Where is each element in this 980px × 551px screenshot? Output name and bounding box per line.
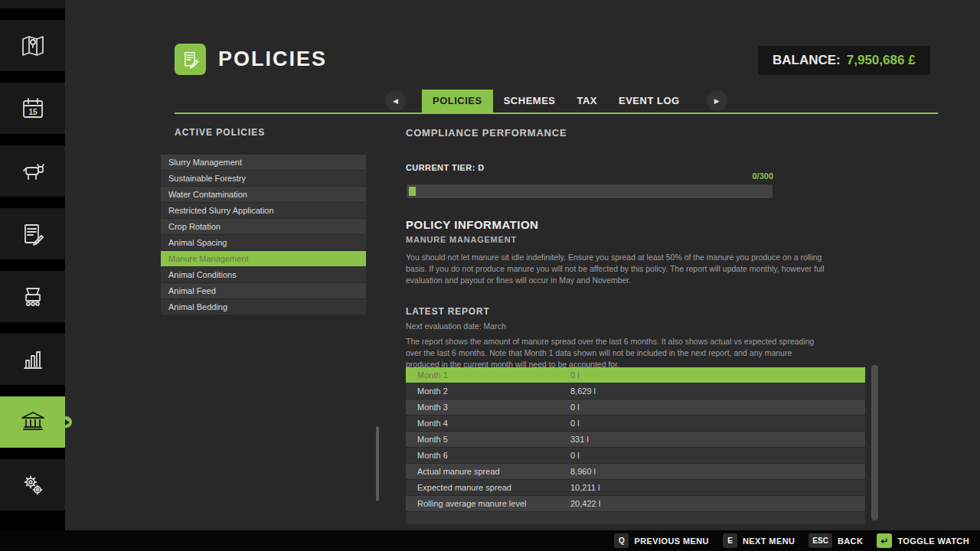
policy-list-item-label: Animal Spacing: [168, 238, 227, 247]
compliance-progress-fill: [409, 187, 416, 196]
policy-name: MANURE MANAGEMENT: [406, 235, 517, 244]
tab-underline: [175, 112, 938, 114]
page-title: POLICIES: [218, 47, 327, 71]
sidebar: 15: [0, 0, 65, 530]
tab-label: SCHEMES: [504, 95, 556, 106]
sidebar-item-map[interactable]: [0, 20, 65, 71]
table-row-label: Actual manure spread: [406, 464, 865, 479]
bar-chart-icon: [19, 346, 47, 373]
report-table: Month 1 0 l Month 2 8,629 l Month 3 0 l …: [406, 367, 865, 524]
key-badge[interactable]: Q: [614, 533, 629, 548]
policy-list-item[interactable]: Manure Management: [161, 251, 366, 266]
sidebar-item-production[interactable]: [0, 271, 65, 322]
policy-description: You should not let manure sit idle indef…: [406, 252, 825, 287]
balance-display: BALANCE: 7,950,686 £: [758, 46, 930, 75]
key-hint: ESC BACK: [808, 533, 863, 548]
tab-label: POLICIES: [433, 95, 482, 106]
sidebar-item-government[interactable]: [0, 396, 65, 448]
footer-bar: Q PREVIOUS MENU E NEXT MENU ESC BACK ↵ T…: [0, 530, 980, 551]
table-row: Actual manure spread 8,960 l: [406, 464, 865, 479]
policy-list-item[interactable]: Animal Bedding: [161, 299, 366, 315]
tab-label: TAX: [577, 95, 597, 106]
report-description: The report shows the amount of manure sp…: [406, 336, 825, 371]
policy-list-item[interactable]: Sustainable Forestry: [161, 171, 366, 186]
policy-list-item[interactable]: Water Contamination: [161, 187, 366, 202]
compliance-progress-value: 0/300: [406, 171, 773, 181]
tab[interactable]: POLICIES: [422, 90, 493, 112]
sidebar-item-calendar[interactable]: 15: [0, 83, 65, 134]
active-policies-list: Slurry ManagementSustainable ForestryWat…: [161, 155, 366, 315]
table-row-label: Expected manure spread: [406, 480, 865, 495]
calendar-icon: 15: [19, 95, 47, 122]
table-row-label: Month 3: [406, 399, 865, 415]
table-row: Rolling average manure level 20,422 l: [406, 496, 865, 511]
sidebar-item-newspaper[interactable]: [0, 208, 65, 259]
policies-app-icon: [175, 44, 206, 75]
latest-report-title: LATEST REPORT: [406, 306, 490, 317]
table-row: Month 2 8,629 l: [406, 383, 865, 399]
cow-icon: [19, 158, 47, 185]
table-row: Month 5 331 l: [406, 432, 865, 447]
content-scrollbar-handle[interactable]: [376, 426, 379, 501]
key-badge[interactable]: E: [723, 533, 737, 548]
bank-building-icon: [19, 409, 47, 436]
key-badge[interactable]: ESC: [808, 533, 832, 548]
newspaper-icon: [19, 220, 47, 248]
table-row-value: 20,422 l: [570, 496, 600, 511]
table-row-label: Month 4: [406, 416, 865, 431]
table-row-label: Month 1: [406, 367, 865, 383]
evaluation-date-note: Next evaluation date: March: [406, 321, 506, 331]
key-hint-label: BACK: [838, 536, 863, 546]
policy-list-item-label: Animal Bedding: [168, 302, 227, 311]
table-row-value: 0 l: [570, 448, 580, 463]
active-policies-title: ACTIVE POLICIES: [175, 127, 265, 138]
balance-value: 7,950,686 £: [847, 53, 916, 68]
policy-list-item-label: Restricted Slurry Application: [168, 206, 274, 215]
sidebar-item-settings[interactable]: [0, 459, 65, 510]
svg-text:15: 15: [28, 108, 38, 116]
sidebar-item-partial[interactable]: [0, 0, 65, 8]
tab[interactable]: SCHEMES: [493, 90, 567, 112]
balance-label: BALANCE:: [773, 53, 841, 68]
policy-list-item-label: Crop Rotation: [168, 222, 220, 231]
key-hint-label: PREVIOUS MENU: [634, 536, 709, 546]
tab[interactable]: TAX: [566, 90, 608, 112]
table-row: Month 1 0 l: [406, 367, 865, 383]
table-row: Expected manure spread 10,211 l: [406, 480, 865, 495]
table-row-value: 8,629 l: [570, 383, 596, 399]
prev-tab-button[interactable]: ◀: [385, 90, 406, 111]
sidebar-item-animals[interactable]: [0, 145, 65, 197]
policy-list-item-label: Animal Conditions: [168, 270, 237, 279]
active-menu-pointer: [60, 416, 72, 428]
table-row-value: 0 l: [570, 416, 580, 431]
next-tab-button[interactable]: ▶: [707, 90, 727, 111]
policy-list-item-label: Water Contamination: [168, 190, 247, 199]
tab[interactable]: EVENT LOG: [608, 90, 691, 112]
sidebar-item-statistics[interactable]: [0, 334, 65, 385]
key-badge[interactable]: ↵: [877, 533, 892, 548]
table-row: Month 6 0 l: [406, 448, 865, 463]
policy-list-item[interactable]: Animal Spacing: [161, 235, 366, 250]
policy-list-item[interactable]: Animal Conditions: [161, 267, 366, 282]
policy-list-item[interactable]: Restricted Slurry Application: [161, 203, 366, 218]
compliance-progress-bar: [406, 184, 773, 199]
arrow-left-icon: ◀: [393, 97, 398, 105]
table-row-value: 8,960 l: [570, 464, 596, 479]
key-hint: ↵ TOGGLE WATCH: [877, 533, 969, 548]
key-hint-label: NEXT MENU: [743, 536, 795, 546]
table-row: [406, 512, 865, 524]
table-row: Month 3 0 l: [406, 399, 865, 415]
map-icon: [19, 32, 47, 60]
table-row-label: Rolling average manure level: [406, 496, 865, 511]
policy-list-item[interactable]: Crop Rotation: [161, 219, 366, 234]
policy-list-item[interactable]: Slurry Management: [161, 155, 366, 170]
arrow-right-icon: ▶: [714, 97, 720, 105]
table-row-label: Month 5: [406, 432, 865, 447]
table-row-value: 10,211 l: [570, 480, 599, 495]
table-scrollbar-handle[interactable]: [871, 365, 878, 520]
tab-bar: ◀ POLICIESSCHEMESTAXEVENT LOG ▶: [385, 90, 727, 112]
production-machine-icon: [19, 283, 47, 311]
policy-list-item-label: Slurry Management: [168, 158, 242, 167]
policy-list-item[interactable]: Animal Feed: [161, 283, 366, 298]
table-row: Month 4 0 l: [406, 416, 865, 431]
